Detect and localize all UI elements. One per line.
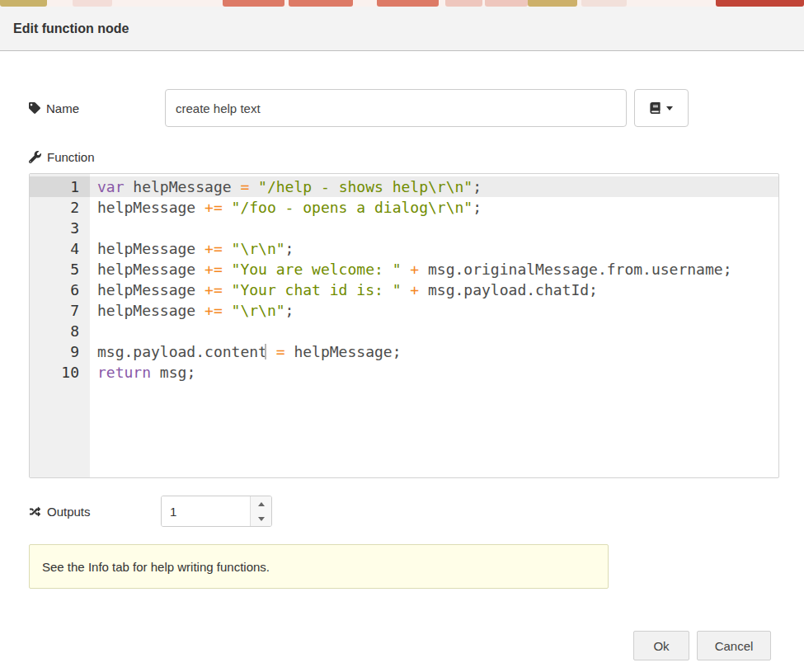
code-editor[interactable]: 12345678910 var helpMessage = "/help - s… bbox=[29, 173, 779, 478]
code-token-plain: ; bbox=[473, 178, 482, 195]
outputs-label-text: Outputs bbox=[47, 505, 91, 519]
library-button[interactable] bbox=[634, 89, 689, 127]
workspace-background bbox=[0, 0, 804, 7]
dialog-body: Name Function 12345678910 var helpMessag… bbox=[0, 89, 804, 589]
code-line[interactable]: msg.payload.content = helpMessage; bbox=[90, 341, 778, 362]
code-token-plain: ; bbox=[285, 240, 294, 257]
code-line[interactable]: helpMessage += "\r\n"; bbox=[90, 300, 778, 321]
node-fragment bbox=[716, 0, 804, 7]
code-token-operator: += bbox=[205, 240, 223, 257]
code-line[interactable]: helpMessage += "\r\n"; bbox=[90, 238, 778, 259]
line-number: 1 bbox=[30, 176, 90, 197]
code-token-string: "You are welcome: " bbox=[232, 261, 402, 278]
code-line[interactable]: helpMessage += "You are welcome: " + msg… bbox=[90, 259, 778, 280]
node-fragment bbox=[445, 0, 482, 7]
book-icon bbox=[650, 102, 661, 114]
name-label: Name bbox=[29, 101, 165, 115]
line-number: 6 bbox=[30, 280, 90, 300]
code-token-operator: += bbox=[205, 199, 223, 216]
code-token-plain: helpMessage; bbox=[285, 343, 402, 360]
outputs-input[interactable] bbox=[162, 496, 250, 526]
node-fragment bbox=[223, 0, 284, 7]
line-number: 7 bbox=[30, 300, 90, 321]
code-token-plain bbox=[223, 281, 232, 298]
info-tip: See the Info tab for help writing functi… bbox=[29, 544, 609, 589]
code-line[interactable]: return msg; bbox=[90, 362, 778, 383]
code-token-string: "/foo - opens a dialog\r\n" bbox=[232, 199, 473, 216]
code-token-plain: helpMessage bbox=[125, 178, 241, 195]
text-cursor bbox=[265, 344, 266, 359]
code-token-string: "Your chat id is: " bbox=[232, 281, 402, 298]
code-token-plain bbox=[401, 261, 410, 278]
edit-function-node-dialog: Edit function node Name Function 1234567… bbox=[0, 7, 804, 589]
cancel-button[interactable]: Cancel bbox=[697, 631, 771, 660]
dialog-header: Edit function node bbox=[0, 7, 804, 51]
code-line[interactable] bbox=[90, 321, 778, 341]
node-fragment bbox=[581, 0, 627, 7]
node-fragment bbox=[0, 0, 47, 7]
node-fragment bbox=[377, 0, 439, 7]
tag-icon bbox=[29, 102, 40, 114]
code-token-plain: helpMessage bbox=[97, 302, 205, 319]
info-tip-text: See the Info tab for help writing functi… bbox=[42, 560, 270, 574]
code-token-operator: = bbox=[240, 178, 249, 195]
code-line[interactable]: helpMessage += "/foo - opens a dialog\r\… bbox=[90, 197, 778, 218]
code-token-plain: msg.originalMessage.from.username; bbox=[419, 261, 731, 278]
code-token-plain: ; bbox=[285, 302, 294, 319]
caret-up-icon bbox=[258, 502, 265, 506]
outputs-label: Outputs bbox=[29, 505, 161, 519]
code-token-plain bbox=[223, 240, 232, 257]
code-line[interactable]: var helpMessage = "/help - shows help\r\… bbox=[90, 176, 778, 197]
code-token-string: "\r\n" bbox=[232, 240, 285, 257]
spinner-up-button[interactable] bbox=[251, 496, 271, 511]
line-number: 5 bbox=[30, 259, 90, 280]
wrench-icon bbox=[29, 151, 41, 163]
node-fragment bbox=[73, 0, 112, 7]
code-token-string: "/help - shows help\r\n" bbox=[258, 178, 473, 195]
node-fragment bbox=[289, 0, 353, 7]
outputs-field-row: Outputs bbox=[29, 496, 779, 527]
outputs-spinner bbox=[161, 496, 272, 527]
code-line[interactable] bbox=[90, 218, 778, 238]
code-token-plain: ; bbox=[473, 199, 482, 216]
code-token-plain: msg; bbox=[151, 364, 195, 381]
code-token-plain: helpMessage bbox=[97, 199, 205, 216]
spinner-buttons bbox=[250, 496, 271, 526]
function-label: Function bbox=[47, 150, 95, 164]
code-token-plain: msg.payload.content bbox=[97, 343, 276, 360]
line-number: 4 bbox=[30, 238, 90, 259]
code-token-plain bbox=[223, 199, 232, 216]
ok-button[interactable]: Ok bbox=[633, 631, 689, 660]
code-token-operator: += bbox=[205, 261, 223, 278]
code-area[interactable]: var helpMessage = "/help - shows help\r\… bbox=[90, 174, 778, 477]
code-token-plain bbox=[401, 281, 410, 298]
shuffle-icon bbox=[29, 506, 41, 517]
code-token-keyword: var bbox=[97, 178, 125, 195]
code-line[interactable]: helpMessage += "Your chat id is: " + msg… bbox=[90, 280, 778, 300]
code-token-plain: helpMessage bbox=[97, 240, 205, 257]
code-token-plain: msg.payload.chatId; bbox=[419, 281, 598, 298]
function-label-row: Function bbox=[29, 150, 779, 164]
code-token-operator: += bbox=[205, 302, 223, 319]
name-field-row: Name bbox=[29, 89, 779, 127]
code-token-plain bbox=[223, 261, 232, 278]
spinner-down-button[interactable] bbox=[251, 511, 271, 526]
code-token-operator: = bbox=[276, 343, 285, 360]
name-input[interactable] bbox=[165, 89, 627, 127]
node-fragment bbox=[485, 0, 528, 7]
caret-down-icon bbox=[258, 517, 265, 521]
line-number: 3 bbox=[30, 218, 90, 238]
node-fragment bbox=[528, 0, 577, 7]
line-number: 9 bbox=[30, 341, 90, 362]
caret-down-icon bbox=[666, 106, 673, 110]
code-token-plain bbox=[249, 178, 258, 195]
code-token-operator: += bbox=[205, 281, 223, 298]
code-token-plain: helpMessage bbox=[97, 281, 205, 298]
line-number: 2 bbox=[30, 197, 90, 218]
code-token-operator: + bbox=[410, 281, 419, 298]
code-gutter: 12345678910 bbox=[30, 174, 90, 477]
line-number: 8 bbox=[30, 321, 90, 341]
code-token-operator: + bbox=[410, 261, 419, 278]
name-label-text: Name bbox=[46, 101, 79, 115]
code-token-plain bbox=[223, 302, 232, 319]
